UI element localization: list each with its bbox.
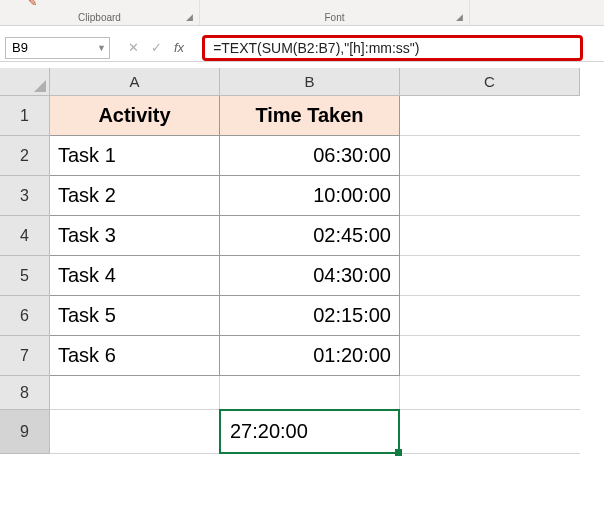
formula-bar-buttons: ✕ ✓ fx [114, 40, 198, 55]
cell-c6[interactable] [400, 296, 580, 336]
ribbon-group-font: Font ◢ [200, 0, 470, 25]
formula-text: =TEXT(SUM(B2:B7),"[h]:mm:ss") [213, 40, 419, 56]
row-header-2[interactable]: 2 [0, 136, 50, 176]
cell-a4[interactable]: Task 3 [50, 216, 220, 256]
ribbon-groups-row: ✎ Clipboard ◢ Font ◢ [0, 0, 604, 26]
cell-c3[interactable] [400, 176, 580, 216]
cell-c7[interactable] [400, 336, 580, 376]
cell-c9[interactable] [400, 410, 580, 454]
cell-a2[interactable]: Task 1 [50, 136, 220, 176]
format-painter-icon: ✎ [28, 0, 37, 9]
cell-c5[interactable] [400, 256, 580, 296]
cell-c4[interactable] [400, 216, 580, 256]
row-header-4[interactable]: 4 [0, 216, 50, 256]
cell-a8[interactable] [50, 376, 220, 410]
cell-b6[interactable]: 02:15:00 [220, 296, 400, 336]
fill-handle[interactable] [395, 449, 402, 456]
cell-b7[interactable]: 01:20:00 [220, 336, 400, 376]
fx-icon[interactable]: fx [174, 40, 184, 55]
cell-b9-value: 27:20:00 [230, 420, 308, 443]
row-header-5[interactable]: 5 [0, 256, 50, 296]
row-header-6[interactable]: 6 [0, 296, 50, 336]
dialog-launcher-icon[interactable]: ◢ [186, 12, 196, 22]
col-header-a[interactable]: A [50, 68, 220, 96]
dialog-launcher-icon[interactable]: ◢ [456, 12, 466, 22]
cell-b3[interactable]: 10:00:00 [220, 176, 400, 216]
cell-a7[interactable]: Task 6 [50, 336, 220, 376]
cell-b9-active[interactable]: 27:20:00 [220, 410, 400, 454]
row-header-8[interactable]: 8 [0, 376, 50, 410]
cancel-icon: ✕ [128, 40, 139, 55]
name-box-value: B9 [12, 40, 28, 55]
cell-b8[interactable] [220, 376, 400, 410]
cell-a9[interactable] [50, 410, 220, 454]
name-box[interactable]: B9 ▼ [5, 37, 110, 59]
ribbon-group-clipboard: ✎ Clipboard ◢ [0, 0, 200, 25]
formula-input[interactable]: =TEXT(SUM(B2:B7),"[h]:mm:ss") [202, 35, 583, 61]
select-all-corner[interactable] [0, 68, 50, 96]
cell-a3[interactable]: Task 2 [50, 176, 220, 216]
formula-bar-row: B9 ▼ ✕ ✓ fx =TEXT(SUM(B2:B7),"[h]:mm:ss"… [0, 34, 604, 62]
ribbon-label-font: Font [324, 12, 344, 25]
cell-a5[interactable]: Task 4 [50, 256, 220, 296]
cell-b4[interactable]: 02:45:00 [220, 216, 400, 256]
ribbon-label-clipboard: Clipboard [78, 12, 121, 25]
cell-b2[interactable]: 06:30:00 [220, 136, 400, 176]
cell-a6[interactable]: Task 5 [50, 296, 220, 336]
row-header-3[interactable]: 3 [0, 176, 50, 216]
spreadsheet-grid: 1 2 3 4 5 6 7 8 9 A B C Activity Time Ta… [0, 68, 604, 454]
cell-b5[interactable]: 04:30:00 [220, 256, 400, 296]
cell-b1[interactable]: Time Taken [220, 96, 400, 136]
cell-a1[interactable]: Activity [50, 96, 220, 136]
col-header-b[interactable]: B [220, 68, 400, 96]
cell-c2[interactable] [400, 136, 580, 176]
cell-c1[interactable] [400, 96, 580, 136]
row-header-7[interactable]: 7 [0, 336, 50, 376]
row-header-9[interactable]: 9 [0, 410, 50, 454]
cell-c8[interactable] [400, 376, 580, 410]
chevron-down-icon[interactable]: ▼ [97, 43, 106, 53]
row-header-1[interactable]: 1 [0, 96, 50, 136]
enter-icon: ✓ [151, 40, 162, 55]
col-header-c[interactable]: C [400, 68, 580, 96]
